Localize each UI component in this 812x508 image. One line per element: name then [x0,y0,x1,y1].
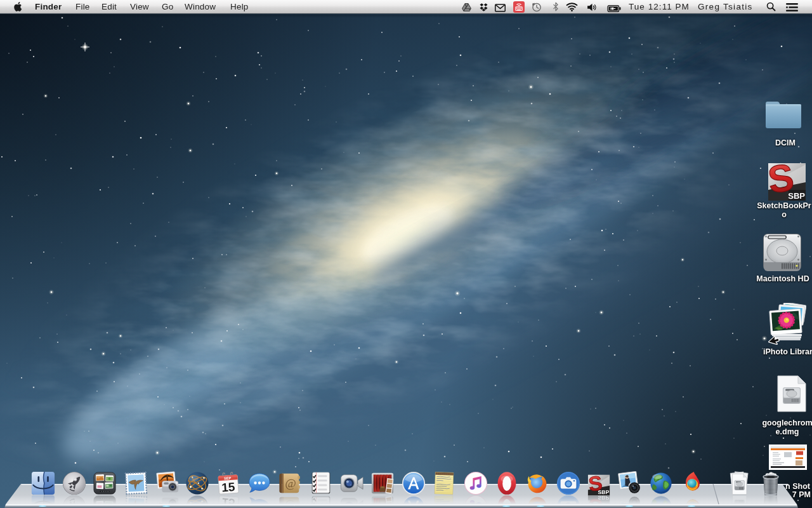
svg-text:S: S [587,471,604,495]
svg-text:15: 15 [221,480,236,494]
svg-text:SEP: SEP [224,476,232,481]
svg-text:@: @ [285,477,296,490]
